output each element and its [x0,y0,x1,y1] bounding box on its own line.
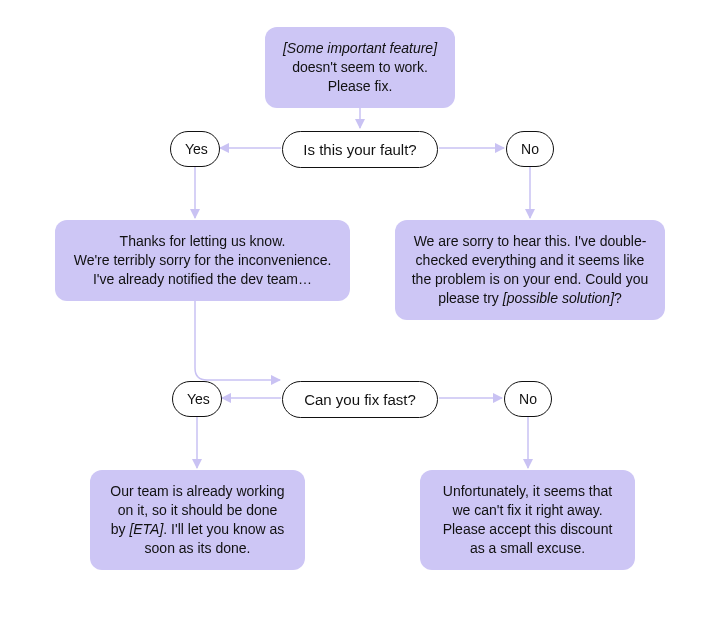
decision-fault-yes: Yes [170,131,220,167]
decision-fix-fast-yes: Yes [172,381,222,417]
yes2-l3: by [ETA]. I'll let you know as [111,521,285,537]
no1-l2: checked everything and it seems like [416,252,645,268]
no1-l4: please try [possible solution]? [438,290,622,306]
decision-fix-fast: Can you fix fast? [282,381,438,418]
yes1-l2: We're terribly sorry for the inconvenien… [74,252,332,268]
no1-l3: the problem is on your end. Could you [412,271,649,287]
start-line3: Please fix. [328,78,393,94]
decision-fault-label: Is this your fault? [303,141,416,158]
yes1-l3: I've already notified the dev team… [93,271,312,287]
no2-l3: Please accept this discount [443,521,613,537]
decision-fix-fast-no-label: No [519,391,537,407]
start-line1: [Some important feature] [283,40,437,56]
decision-fix-fast-label: Can you fix fast? [304,391,416,408]
yes2-l4: soon as its done. [145,540,251,556]
yes1-l1: Thanks for letting us know. [120,233,286,249]
yes2-l1: Our team is already working [110,483,284,499]
start-line2: doesn't seem to work. [292,59,428,75]
start-box: [Some important feature] doesn't seem to… [265,27,455,108]
no1-l1: We are sorry to hear this. I've double- [414,233,647,249]
response-cannot-fix: Unfortunately, it seems that we can't fi… [420,470,635,570]
response-eta: Our team is already working on it, so it… [90,470,305,570]
response-our-fault: Thanks for letting us know. We're terrib… [55,220,350,301]
yes2-l2: on it, so it should be done [118,502,278,518]
decision-fault-no: No [506,131,554,167]
decision-fault: Is this your fault? [282,131,438,168]
no2-l2: we can't fix it right away. [452,502,602,518]
decision-fix-fast-no: No [504,381,552,417]
no2-l4: as a small excuse. [470,540,585,556]
response-not-our-fault: We are sorry to hear this. I've double- … [395,220,665,320]
decision-fix-fast-yes-label: Yes [187,391,210,407]
decision-fault-yes-label: Yes [185,141,208,157]
no2-l1: Unfortunately, it seems that [443,483,612,499]
decision-fault-no-label: No [521,141,539,157]
